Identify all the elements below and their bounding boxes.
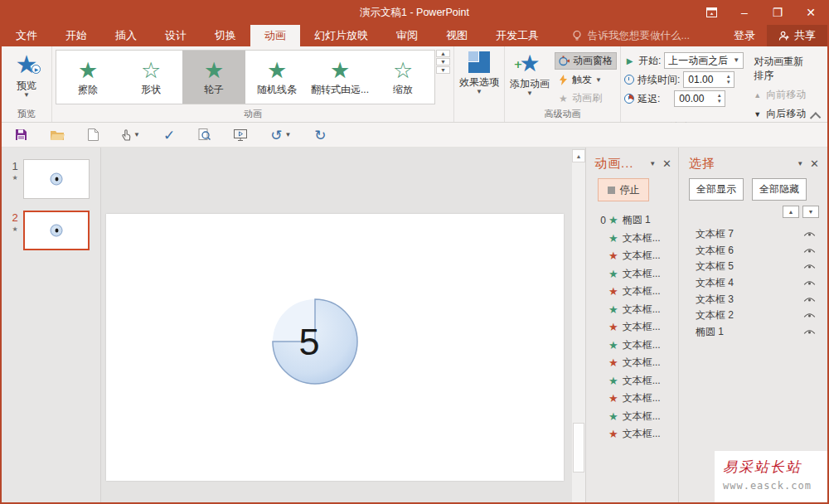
preview-button[interactable]: ★▶ 预览 ▼ — [5, 50, 48, 98]
hide-all-button[interactable]: 全部隐藏 — [752, 178, 807, 201]
touch-mode-icon[interactable]: ▼ — [122, 129, 140, 141]
delay-input[interactable]: 00.00 ▲▼ — [674, 90, 725, 107]
slide-thumbnail-image[interactable] — [23, 159, 90, 199]
gallery-more-button[interactable]: ▼ — [436, 66, 450, 74]
selection-list-item[interactable]: 文本框 2 — [689, 308, 819, 324]
animation-list-item[interactable]: ★文本框... — [594, 337, 678, 355]
visibility-eye-icon[interactable] — [803, 312, 816, 319]
animation-list-item[interactable]: ★文本框... — [594, 354, 678, 372]
scroll-up-icon[interactable]: ▲ — [572, 149, 585, 162]
visibility-eye-icon[interactable] — [803, 328, 816, 336]
animation-list-item[interactable]: ★文本框... — [594, 425, 678, 443]
add-animation-button[interactable]: ★+ 添加动画 ▼ — [508, 50, 551, 96]
print-preview-icon[interactable] — [198, 128, 211, 141]
tab-审阅[interactable]: 审阅 — [382, 25, 432, 46]
sign-in-button[interactable]: 登录 — [722, 25, 767, 46]
tab-文件[interactable]: 文件 — [2, 25, 51, 46]
start-dropdown-caret[interactable]: ▼ — [733, 58, 739, 63]
open-folder-icon[interactable] — [51, 129, 65, 140]
animation-pane-close-icon[interactable]: ✕ — [662, 158, 671, 170]
animation-list-item[interactable]: ★文本框... — [594, 247, 678, 265]
close-button[interactable]: ✕ — [794, 0, 827, 25]
selection-list-item[interactable]: 文本框 7 — [689, 226, 819, 243]
gallery-item-擦除[interactable]: ★擦除 — [56, 51, 119, 104]
trigger-button[interactable]: 触发 ▼ — [555, 72, 617, 88]
gallery-item-形状[interactable]: ☆形状 — [119, 51, 182, 104]
tab-幻灯片放映[interactable]: 幻灯片放映 — [300, 25, 382, 46]
selection-move-up-icon[interactable]: ▲ — [783, 206, 799, 218]
animation-order-number: 0 — [594, 215, 606, 226]
start-dropdown[interactable]: 上一动画之后 ▼ — [664, 52, 744, 69]
gallery-item-翻转式由远...[interactable]: ★翻转式由远... — [308, 51, 371, 104]
animation-list-item[interactable]: ★文本框... — [594, 318, 678, 337]
animation-list-item[interactable]: ★文本框... — [594, 390, 678, 408]
effect-options-caret[interactable]: ▼ — [476, 90, 482, 94]
add-animation-caret[interactable]: ▼ — [526, 91, 533, 96]
visibility-eye-icon[interactable] — [803, 263, 816, 270]
tab-插入[interactable]: 插入 — [101, 25, 151, 46]
gallery-scroll-down[interactable]: ▼ — [436, 58, 450, 65]
tab-动画[interactable]: 动画 — [250, 25, 300, 46]
new-document-icon[interactable] — [88, 128, 99, 141]
tab-开始[interactable]: 开始 — [51, 25, 101, 46]
gallery-item-缩放[interactable]: ☆缩放 — [371, 51, 434, 104]
animation-pane-menu-caret[interactable]: ▼ — [649, 160, 656, 167]
animation-list-item[interactable]: ★文本框... — [594, 301, 678, 319]
tab-切换[interactable]: 切换 — [201, 25, 250, 46]
preview-dropdown-caret[interactable]: ▼ — [23, 93, 30, 98]
wheel-countdown-shape[interactable]: 5 — [270, 297, 360, 386]
undo-icon[interactable]: ↺▼ — [270, 127, 291, 143]
trigger-caret[interactable]: ▼ — [595, 78, 602, 83]
stop-button[interactable]: 停止 — [598, 178, 649, 201]
selection-list-item[interactable]: 文本框 4 — [689, 275, 819, 292]
redo-icon[interactable]: ↻ — [314, 127, 326, 143]
selection-pane-close-icon[interactable]: ✕ — [810, 158, 819, 170]
visibility-eye-icon[interactable] — [803, 230, 816, 238]
visibility-eye-icon[interactable] — [803, 247, 816, 254]
selection-list-item[interactable]: 椭圆 1 — [689, 324, 819, 341]
minimize-button[interactable]: – — [728, 0, 761, 25]
undo-caret[interactable]: ▼ — [284, 133, 291, 138]
gallery-scroll-up[interactable]: ▲ — [436, 50, 450, 57]
effect-options-button[interactable]: 效果选项 ▼ — [458, 50, 501, 94]
move-later-button[interactable]: ▼ 向后移动 — [754, 107, 807, 121]
save-icon[interactable] — [15, 128, 27, 141]
ribbon-display-options-icon[interactable] — [695, 0, 728, 25]
slide-editing-area[interactable]: 5 — [106, 214, 564, 481]
slideshow-icon[interactable] — [234, 129, 247, 141]
animation-list-item[interactable]: ★文本框... — [594, 230, 678, 248]
gallery-item-随机线条[interactable]: ★随机线条 — [245, 51, 308, 104]
animation-pane-button[interactable]: 动画窗格 — [555, 52, 617, 70]
gallery-item-轮子[interactable]: ★轮子 — [182, 51, 245, 104]
animation-list-item[interactable]: 0★椭圆 1 — [594, 211, 678, 230]
animation-list-item[interactable]: ★文本框... — [594, 265, 678, 284]
delay-spinner[interactable]: ▲▼ — [714, 93, 725, 104]
visibility-eye-icon[interactable] — [803, 279, 816, 287]
animation-star-icon: ★ — [608, 392, 618, 405]
animation-list-item[interactable]: ★文本框... — [594, 372, 678, 390]
maximize-button[interactable]: ❐ — [761, 0, 794, 25]
visibility-eye-icon[interactable] — [803, 296, 816, 303]
touch-mode-caret[interactable]: ▼ — [133, 133, 140, 138]
tab-视图[interactable]: 视图 — [432, 25, 482, 46]
duration-spinner[interactable]: ▲▼ — [723, 74, 734, 85]
selection-pane-menu-caret[interactable]: ▼ — [797, 160, 803, 167]
animation-list-item[interactable]: ★文本框... — [594, 408, 678, 426]
slide-thumbnail-1[interactable]: 1★ — [7, 159, 100, 199]
scrollbar-thumb[interactable] — [573, 423, 584, 472]
canvas-vertical-scrollbar[interactable]: ▲ — [572, 149, 585, 502]
slide-thumbnail-2[interactable]: 2★ — [7, 211, 100, 250]
selection-list-item[interactable]: 文本框 5 — [689, 259, 819, 275]
animation-list-item[interactable]: ★文本框... — [594, 283, 678, 301]
slide-thumbnail-image[interactable] — [23, 211, 90, 250]
selection-list-item[interactable]: 文本框 3 — [689, 291, 819, 308]
duration-input[interactable]: 01.00 ▲▼ — [683, 71, 734, 88]
share-button[interactable]: 共享 — [767, 25, 827, 46]
tab-设计[interactable]: 设计 — [151, 25, 201, 46]
show-all-button[interactable]: 全部显示 — [689, 178, 744, 201]
tab-开发工具[interactable]: 开发工具 — [482, 25, 553, 46]
selection-list-item[interactable]: 文本框 6 — [689, 243, 819, 259]
tell-me-box[interactable]: 告诉我您想要做什么... — [571, 25, 690, 46]
spelling-check-icon[interactable]: ✓ — [163, 127, 175, 143]
selection-move-down-icon[interactable]: ▼ — [802, 206, 819, 218]
